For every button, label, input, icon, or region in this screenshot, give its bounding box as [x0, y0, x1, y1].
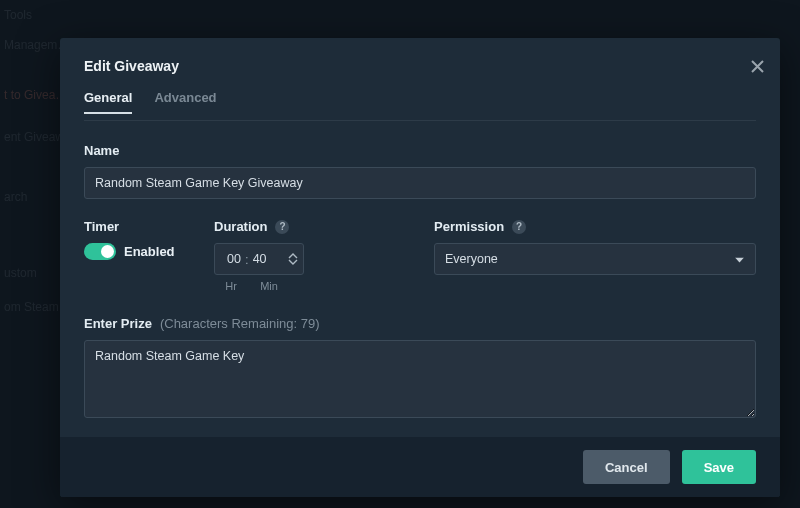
- chevron-up-icon[interactable]: [288, 252, 298, 259]
- permission-value: Everyone: [445, 252, 498, 266]
- close-icon[interactable]: [751, 58, 764, 78]
- tab-general[interactable]: General: [84, 90, 132, 114]
- timer-toggle[interactable]: [84, 243, 116, 260]
- permission-label: Permission ?: [434, 219, 756, 234]
- hr-sublabel: Hr: [220, 280, 242, 292]
- cancel-button[interactable]: Cancel: [583, 450, 670, 484]
- duration-hr[interactable]: 00: [223, 252, 245, 266]
- duration-min[interactable]: 40: [249, 252, 271, 266]
- prize-textarea[interactable]: [84, 340, 756, 418]
- timer-label: Timer: [84, 219, 214, 234]
- timer-state-text: Enabled: [124, 244, 175, 259]
- modal-footer: Cancel Save: [60, 437, 780, 497]
- prize-remaining-prefix: (Characters Remaining:: [160, 316, 301, 331]
- edit-giveaway-modal: Edit Giveaway General Advanced Name Time…: [60, 38, 780, 497]
- duration-label-text: Duration: [214, 219, 267, 234]
- tabs: General Advanced: [84, 90, 756, 114]
- help-icon[interactable]: ?: [512, 220, 526, 234]
- name-input[interactable]: [84, 167, 756, 199]
- prize-remaining-count: 79: [301, 316, 315, 331]
- duration-stepper[interactable]: [288, 252, 300, 266]
- prize-label: Enter Prize (Characters Remaining: 79): [84, 316, 756, 331]
- prize-remaining-suffix: ): [315, 316, 319, 331]
- modal-title: Edit Giveaway: [84, 58, 756, 74]
- help-icon[interactable]: ?: [275, 220, 289, 234]
- prize-label-text: Enter Prize: [84, 316, 152, 331]
- save-button[interactable]: Save: [682, 450, 756, 484]
- chevron-down-icon[interactable]: [288, 259, 298, 266]
- tab-advanced[interactable]: Advanced: [154, 90, 216, 114]
- divider: [84, 120, 756, 121]
- duration-label: Duration ?: [214, 219, 434, 234]
- duration-picker[interactable]: 00 : 40: [214, 243, 304, 275]
- min-sublabel: Min: [258, 280, 280, 292]
- name-label: Name: [84, 143, 756, 158]
- caret-down-icon: [735, 252, 744, 267]
- permission-label-text: Permission: [434, 219, 504, 234]
- permission-select[interactable]: Everyone: [434, 243, 756, 275]
